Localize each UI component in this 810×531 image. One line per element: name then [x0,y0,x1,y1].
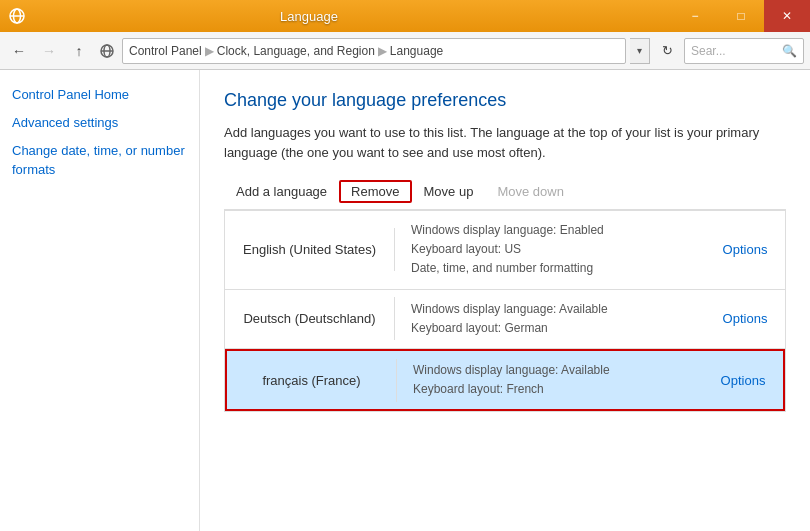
path-sep2: ▶ [378,44,387,58]
move-up-button[interactable]: Move up [412,180,486,203]
title-bar-controls: − □ ✕ [672,0,810,32]
page-title: Change your language preferences [224,90,786,111]
language-info-deutsch: Windows display language: Available Keyb… [395,290,705,348]
page-description: Add languages you want to use to this li… [224,123,786,162]
path-sep1: ▶ [205,44,214,58]
language-toolbar: Add a language Remove Move up Move down [224,180,786,210]
back-button[interactable]: ← [6,38,32,64]
deutsch-info-line2: Keyboard layout: German [411,319,689,338]
address-path[interactable]: Control Panel ▶ Clock, Language, and Reg… [122,38,626,64]
english-options-link[interactable]: Options [723,242,768,257]
language-name-francais: français (France) [227,359,397,402]
search-placeholder: Sear... [691,44,778,58]
english-info-line1: Windows display language: Enabled [411,221,689,240]
english-info-line3: Date, time, and number formatting [411,259,689,278]
language-name-deutsch: Deutsch (Deutschland) [225,297,395,340]
title-bar: Language − □ ✕ [0,0,810,32]
language-name-english: English (United States) [225,228,395,271]
close-button[interactable]: ✕ [764,0,810,32]
francais-options-link[interactable]: Options [721,373,766,388]
sidebar-item-advanced-settings[interactable]: Advanced settings [12,114,187,132]
language-list: English (United States) Windows display … [224,210,786,412]
sidebar: Control Panel Home Advanced settings Cha… [0,70,200,531]
language-info-english: Windows display language: Enabled Keyboa… [395,211,705,289]
up-button[interactable]: ↑ [66,38,92,64]
address-bar: ← → ↑ Control Panel ▶ Clock, Language, a… [0,32,810,70]
deutsch-options-link[interactable]: Options [723,311,768,326]
language-info-francais: Windows display language: Available Keyb… [397,351,703,409]
english-info-line2: Keyboard layout: US [411,240,689,259]
deutsch-options-cell: Options [705,301,785,336]
sidebar-item-home[interactable]: Control Panel Home [12,86,187,104]
search-box[interactable]: Sear... 🔍 [684,38,804,64]
francais-options-cell: Options [703,363,783,398]
move-down-button[interactable]: Move down [485,180,575,203]
sidebar-item-change-date[interactable]: Change date, time, or number formats [12,142,187,178]
forward-button[interactable]: → [36,38,62,64]
remove-button[interactable]: Remove [339,180,411,203]
path-dropdown-button[interactable]: ▾ [630,38,650,64]
language-row-francais[interactable]: français (France) Windows display langua… [225,349,785,411]
content-area: Change your language preferences Add lan… [200,70,810,531]
path-part1: Control Panel [129,44,202,58]
language-row-english[interactable]: English (United States) Windows display … [225,211,785,290]
main-layout: Control Panel Home Advanced settings Cha… [0,70,810,531]
maximize-button[interactable]: □ [718,0,764,32]
deutsch-info-line1: Windows display language: Available [411,300,689,319]
path-part2: Clock, Language, and Region [217,44,375,58]
window-title: Language [26,9,592,24]
francais-info-line2: Keyboard layout: French [413,380,687,399]
language-row-deutsch[interactable]: Deutsch (Deutschland) Windows display la… [225,290,785,349]
app-icon [8,7,26,25]
search-icon: 🔍 [782,44,797,58]
refresh-button[interactable]: ↻ [654,38,680,64]
minimize-button[interactable]: − [672,0,718,32]
francais-info-line1: Windows display language: Available [413,361,687,380]
address-icon [98,42,116,60]
title-bar-left [8,7,26,25]
add-language-button[interactable]: Add a language [224,180,339,203]
path-part3: Language [390,44,443,58]
english-options-cell: Options [705,232,785,267]
